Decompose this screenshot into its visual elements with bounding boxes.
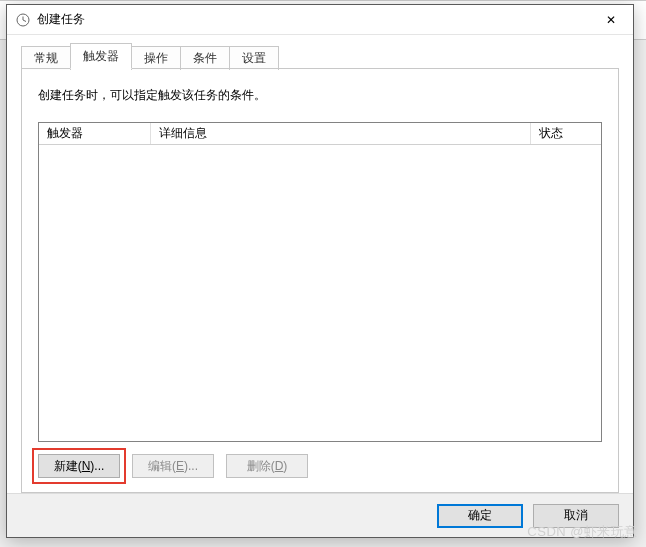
- tab-label: 触发器: [83, 49, 119, 63]
- dialog-footer: 确定 取消: [7, 493, 633, 537]
- dialog-body: 常规 触发器 操作 条件 设置 创建任务时，可以指定触发该任务的条件。 触发器 …: [7, 35, 633, 493]
- column-state[interactable]: 状态: [531, 123, 601, 144]
- edit-button: 编辑(E)...: [132, 454, 214, 478]
- close-button[interactable]: ✕: [588, 5, 633, 34]
- column-label: 状态: [539, 125, 563, 142]
- create-task-dialog: 创建任务 ✕ 常规 触发器 操作 条件 设置 创建任务时，可以指定触发该任务的条…: [6, 4, 634, 538]
- delete-button: 删除(D): [226, 454, 308, 478]
- btn-text: 删除(: [247, 458, 275, 475]
- window-title: 创建任务: [37, 11, 588, 28]
- new-button[interactable]: 新建(N)...: [38, 454, 120, 478]
- tab-general[interactable]: 常规: [21, 46, 71, 70]
- tab-strip: 常规 触发器 操作 条件 设置: [21, 45, 619, 69]
- tab-label: 常规: [34, 51, 58, 65]
- listview-body[interactable]: [39, 145, 601, 441]
- btn-accel: E: [176, 459, 184, 473]
- triggers-tabpage: 创建任务时，可以指定触发该任务的条件。 触发器 详细信息 状态 新建(N)...…: [21, 69, 619, 493]
- svg-line-2: [23, 20, 26, 22]
- triggers-listview[interactable]: 触发器 详细信息 状态: [38, 122, 602, 442]
- btn-text: 确定: [468, 507, 492, 524]
- column-detail[interactable]: 详细信息: [151, 123, 531, 144]
- titlebar: 创建任务 ✕: [7, 5, 633, 35]
- column-trigger[interactable]: 触发器: [39, 123, 151, 144]
- btn-text: 编辑(: [148, 458, 176, 475]
- btn-accel: D: [275, 459, 284, 473]
- cancel-button[interactable]: 取消: [533, 504, 619, 528]
- tab-actions[interactable]: 操作: [131, 46, 181, 70]
- column-label: 触发器: [47, 125, 83, 142]
- tab-label: 设置: [242, 51, 266, 65]
- btn-text: ): [283, 459, 287, 473]
- btn-accel: N: [82, 459, 91, 473]
- tab-label: 条件: [193, 51, 217, 65]
- listview-header: 触发器 详细信息 状态: [39, 123, 601, 145]
- btn-text: )...: [90, 459, 104, 473]
- tab-label: 操作: [144, 51, 168, 65]
- ok-button[interactable]: 确定: [437, 504, 523, 528]
- column-label: 详细信息: [159, 125, 207, 142]
- tab-triggers[interactable]: 触发器: [70, 43, 132, 69]
- page-description: 创建任务时，可以指定触发该任务的条件。: [38, 87, 602, 104]
- btn-text: 新建(: [54, 458, 82, 475]
- trigger-button-row: 新建(N)... 编辑(E)... 删除(D): [38, 454, 602, 478]
- tab-conditions[interactable]: 条件: [180, 46, 230, 70]
- close-icon: ✕: [606, 13, 616, 27]
- tab-settings[interactable]: 设置: [229, 46, 279, 70]
- clock-icon: [15, 12, 31, 28]
- btn-text: )...: [184, 459, 198, 473]
- btn-text: 取消: [564, 507, 588, 524]
